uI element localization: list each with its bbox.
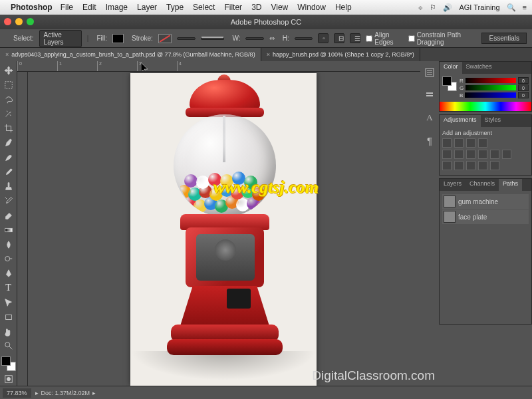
g-value[interactable]: 0 (518, 84, 529, 91)
menu-view[interactable]: View (271, 3, 288, 12)
brightness-contrast-icon[interactable] (442, 138, 452, 148)
rectangle-tool[interactable] (1, 311, 16, 324)
document-tab-1[interactable]: × advps0403_applying_a_custom_brush_to_a… (0, 48, 261, 61)
magic-wand-tool[interactable] (1, 107, 16, 120)
eyedropper-tool[interactable] (1, 136, 16, 150)
menubar-list-icon[interactable]: ≡ (523, 3, 527, 11)
menu-layer[interactable]: Layer (137, 3, 157, 12)
tab-channels[interactable]: Channels (466, 179, 499, 191)
move-tool[interactable] (1, 64, 16, 77)
height-field[interactable] (295, 37, 313, 40)
posterize-icon[interactable] (454, 161, 464, 170)
path-item[interactable]: face plate (442, 209, 529, 224)
tab-color[interactable]: Color (440, 62, 462, 74)
vertical-ruler[interactable] (17, 72, 28, 386)
levels-icon[interactable] (454, 138, 464, 148)
path-align-dropdown[interactable]: ⊟ (334, 33, 344, 43)
menu-type[interactable]: Type (166, 3, 184, 12)
zoom-field[interactable]: 77.83% (3, 388, 31, 398)
b-value[interactable]: 0 (518, 92, 529, 98)
history-panel-icon[interactable] (422, 65, 437, 80)
quick-mask-toggle[interactable] (1, 372, 16, 386)
gradient-map-icon[interactable] (478, 161, 487, 170)
zoom-tool[interactable] (1, 339, 16, 352)
tab-adjustments[interactable]: Adjustments (440, 115, 481, 127)
document-tab-2[interactable]: × happy_brush.psd @ 100% (Shape 1 copy 2… (261, 48, 420, 61)
foreground-color-swatch[interactable] (1, 356, 11, 366)
character-panel-icon[interactable]: A (422, 110, 437, 125)
window-titlebar[interactable]: Adobe Photoshop CC (0, 15, 532, 29)
stroke-width-field[interactable] (177, 37, 195, 40)
menu-file[interactable]: File (61, 3, 73, 12)
menu-window[interactable]: Window (297, 3, 326, 12)
clone-stamp-tool[interactable] (1, 180, 16, 194)
tab-swatches[interactable]: Swatches (462, 62, 496, 74)
stroke-swatch[interactable] (158, 34, 172, 43)
menu-image[interactable]: Image (106, 3, 128, 12)
photo-filter-icon[interactable] (490, 150, 499, 159)
document[interactable] (130, 73, 317, 386)
menubar-volume-icon[interactable]: 🔊 (443, 3, 452, 12)
menu-filter[interactable]: Filter (224, 3, 242, 12)
history-brush-tool[interactable] (1, 194, 16, 207)
lasso-tool[interactable] (1, 93, 16, 106)
pen-tool[interactable] (1, 267, 16, 280)
path-arrange-dropdown[interactable]: ☰ (350, 33, 360, 43)
app-menu[interactable]: Photoshop (11, 3, 53, 12)
hue-sat-icon[interactable] (454, 150, 464, 159)
g-slider[interactable] (466, 85, 516, 90)
path-ops-dropdown[interactable]: ▫ (318, 33, 329, 43)
threshold-icon[interactable] (466, 161, 475, 170)
crop-tool[interactable] (1, 122, 16, 135)
color-balance-icon[interactable] (466, 150, 475, 159)
color-panel-fgbg[interactable] (442, 76, 457, 91)
path-selection-tool[interactable] (1, 296, 16, 309)
constrain-checkbox[interactable] (408, 35, 415, 42)
fill-swatch[interactable] (112, 34, 124, 43)
type-tool[interactable]: T (1, 281, 16, 295)
stroke-style-dropdown[interactable] (201, 37, 225, 40)
marquee-tool[interactable] (1, 78, 16, 92)
gradient-tool[interactable] (1, 223, 16, 237)
menu-edit[interactable]: Edit (82, 3, 96, 12)
r-slider[interactable] (466, 78, 516, 83)
b-slider[interactable] (465, 92, 516, 98)
doc-size-label[interactable]: Doc: 1.37M/2.02M (39, 388, 93, 398)
align-edges-checkbox[interactable] (366, 35, 372, 42)
select-dropdown[interactable]: Active Layers (39, 30, 82, 47)
tab-close-icon[interactable]: × (5, 51, 9, 58)
selective-color-icon[interactable] (490, 161, 499, 170)
menubar-notification-icon[interactable]: ⚐ (430, 3, 436, 12)
window-close-button[interactable] (4, 18, 11, 25)
horizontal-ruler[interactable]: 0 1 2 3 4 (17, 61, 420, 72)
canvas-area[interactable] (28, 72, 419, 386)
r-value[interactable]: 0 (518, 77, 529, 84)
menu-select[interactable]: Select (193, 3, 215, 12)
width-field[interactable] (245, 37, 263, 40)
path-thumbnail[interactable] (444, 211, 456, 223)
tab-paths[interactable]: Paths (499, 179, 522, 191)
path-thumbnail[interactable] (444, 196, 456, 207)
menubar-cc-icon[interactable]: ⟐ (418, 3, 423, 11)
bw-icon[interactable] (478, 150, 487, 159)
foreground-background-colors[interactable] (1, 356, 16, 371)
path-item[interactable]: gum machine (442, 194, 529, 209)
window-zoom-button[interactable] (27, 18, 34, 25)
color-spectrum[interactable] (440, 102, 531, 111)
menu-help[interactable]: Help (335, 3, 352, 12)
hand-tool[interactable] (1, 325, 16, 338)
link-wh-icon[interactable]: ⇔ (269, 35, 275, 42)
dodge-tool[interactable] (1, 253, 16, 266)
eraser-tool[interactable] (1, 209, 16, 222)
healing-brush-tool[interactable] (1, 151, 16, 164)
tab-close-icon[interactable]: × (267, 51, 270, 58)
paragraph-panel-icon[interactable]: ¶ (422, 133, 437, 148)
properties-panel-icon[interactable] (422, 88, 437, 102)
window-minimize-button[interactable] (15, 18, 23, 25)
exposure-icon[interactable] (478, 138, 487, 148)
menu-3d[interactable]: 3D (251, 3, 261, 12)
spotlight-icon[interactable]: 🔍 (507, 3, 516, 12)
tab-layers[interactable]: Layers (440, 179, 466, 191)
status-flyout-icon[interactable]: ▸ (92, 390, 96, 396)
vibrance-icon[interactable] (442, 150, 452, 159)
